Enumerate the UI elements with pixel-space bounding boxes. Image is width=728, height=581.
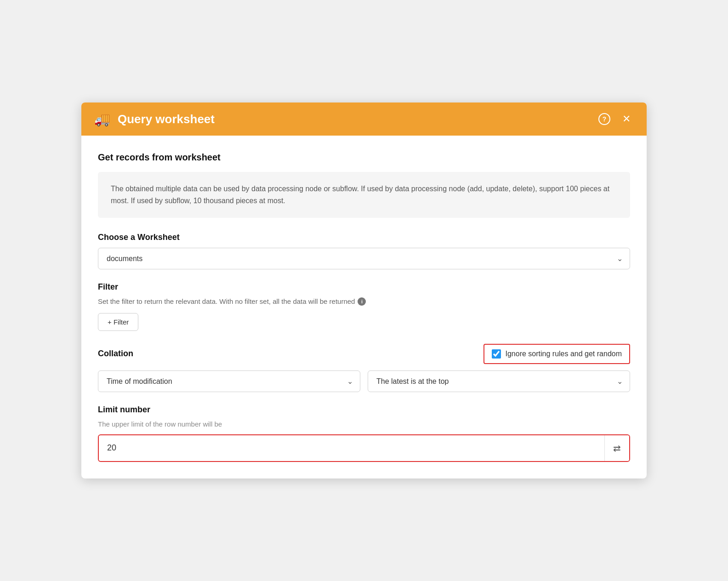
worksheet-section: Choose a Worksheet documents sheets form… [98, 233, 630, 269]
dialog-title: Query worksheet [118, 112, 215, 126]
worksheet-select[interactable]: documents sheets forms [98, 248, 630, 269]
collation-selects: Time of modification Time of creation Cu… [98, 370, 630, 392]
limit-input[interactable] [99, 436, 604, 460]
info-box-text: The obtained multiple data can be used b… [111, 185, 609, 205]
records-title: Get records from worksheet [98, 152, 630, 163]
worksheet-label: Choose a Worksheet [98, 233, 630, 242]
collation-label: Collation [98, 349, 133, 359]
limit-format-button[interactable]: ⇄ [604, 435, 629, 461]
filter-label: Filter [98, 282, 630, 292]
ignore-sorting-label: Ignore sorting rules and get random [506, 350, 622, 358]
query-worksheet-dialog: 🚚 Query worksheet ? ✕ Get records from w… [81, 103, 647, 478]
filter-section: Filter Set the filter to return the rele… [98, 282, 630, 331]
dialog-header: 🚚 Query worksheet ? ✕ [81, 103, 647, 136]
sort-field-select[interactable]: Time of modification Time of creation Cu… [98, 370, 360, 392]
collation-header: Collation Ignore sorting rules and get r… [98, 344, 630, 364]
filter-description-text: Set the filter to return the relevant da… [98, 297, 355, 305]
worksheet-select-wrapper: documents sheets forms ⌄ [98, 248, 630, 269]
close-icon: ✕ [622, 113, 631, 125]
ignore-sorting-checkbox[interactable] [492, 349, 501, 359]
dialog-body: Get records from worksheet The obtained … [81, 136, 647, 478]
help-button[interactable]: ? [597, 112, 612, 126]
records-section: Get records from worksheet The obtained … [98, 152, 630, 217]
truck-icon: 🚚 [94, 112, 110, 127]
format-list-icon: ⇄ [613, 443, 621, 454]
limit-section: Limit number The upper limit of the row … [98, 405, 630, 462]
sort-order-select[interactable]: The latest is at the top The earliest is… [368, 370, 630, 392]
header-left: 🚚 Query worksheet [94, 112, 215, 127]
limit-description: The upper limit of the row number will b… [98, 420, 630, 428]
sort-order-wrapper: The latest is at the top The earliest is… [368, 370, 630, 392]
filter-description: Set the filter to return the relevant da… [98, 297, 630, 306]
close-button[interactable]: ✕ [619, 112, 634, 126]
header-right: ? ✕ [597, 112, 634, 126]
help-icon: ? [598, 113, 610, 125]
collation-section: Collation Ignore sorting rules and get r… [98, 344, 630, 392]
add-filter-button[interactable]: + Filter [98, 313, 138, 331]
limit-input-wrapper: ⇄ [98, 434, 630, 462]
filter-info-icon: i [358, 297, 366, 306]
sort-field-wrapper: Time of modification Time of creation Cu… [98, 370, 360, 392]
limit-label: Limit number [98, 405, 630, 415]
info-box: The obtained multiple data can be used b… [98, 172, 630, 217]
ignore-sorting-checkbox-wrapper: Ignore sorting rules and get random [483, 344, 630, 364]
